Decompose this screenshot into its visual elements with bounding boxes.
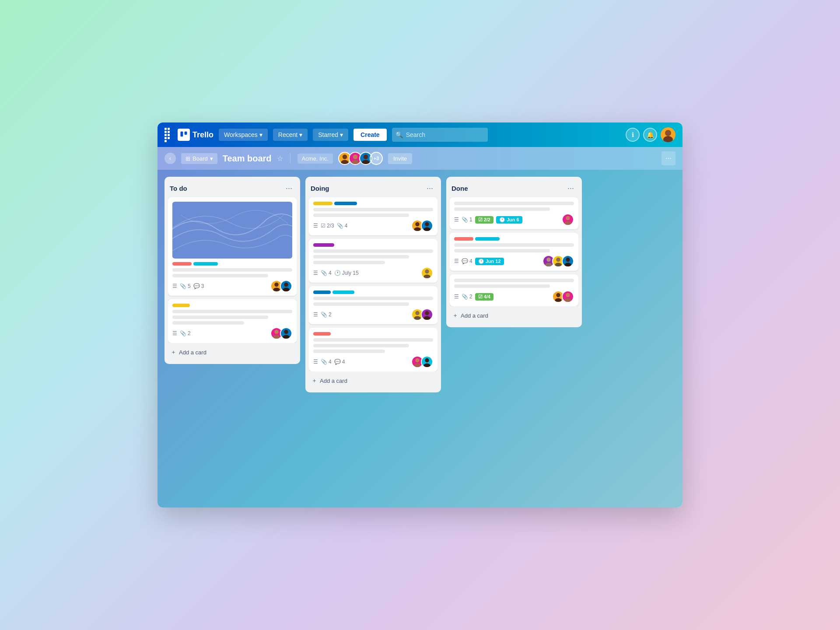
description-icon: ☰ (172, 283, 177, 289)
card-labels (454, 237, 574, 241)
cards-list-done: ☰ 📎 1 ☑ 2/2 🕐 (450, 197, 578, 306)
svg-point-40 (564, 262, 571, 267)
bell-icon: 🔔 (647, 131, 654, 138)
attachment-icon: 📎 (180, 330, 186, 336)
clock-icon: 🕐 (478, 259, 484, 264)
invite-button[interactable]: Invite (388, 153, 412, 164)
description-icon: ☰ (454, 294, 459, 300)
card-cover-image (172, 202, 292, 259)
card-member-3[interactable] (562, 255, 574, 267)
card-member-2[interactable] (421, 308, 433, 321)
card-member-2[interactable] (280, 327, 292, 340)
card-labels (172, 262, 292, 266)
svg-point-31 (425, 358, 429, 362)
card-member-2[interactable] (421, 220, 433, 232)
card-footer: ☰ 📎 2 (172, 327, 292, 340)
card-doing-4[interactable]: ☰ 📎 4 💬 4 (309, 328, 438, 371)
card-text-line-1 (313, 338, 433, 342)
card-member-1[interactable] (421, 267, 433, 279)
meta-due-date: 🕐 July 15 (334, 270, 359, 276)
grid-icon[interactable] (164, 128, 172, 142)
add-card-button-todo[interactable]: ＋ Add a card (168, 345, 297, 360)
divider (290, 153, 290, 164)
svg-point-13 (284, 283, 288, 287)
svg-point-14 (283, 287, 289, 292)
recent-menu[interactable]: Recent ▾ (273, 129, 308, 141)
label-purple (313, 243, 334, 247)
user-avatar[interactable] (661, 127, 676, 142)
card-member-2[interactable] (421, 356, 433, 368)
info-button[interactable]: ℹ (626, 128, 640, 142)
starred-menu[interactable]: Starred ▾ (313, 129, 348, 141)
svg-point-11 (274, 283, 278, 287)
meta-comments: 💬 3 (193, 283, 204, 289)
svg-point-25 (415, 311, 419, 315)
comment-icon: 💬 (462, 258, 468, 264)
card-member-2[interactable] (562, 290, 574, 303)
card-text-line-2 (454, 249, 550, 252)
trello-logo[interactable]: Trello (178, 129, 214, 141)
board-title: Team board (223, 154, 272, 164)
attachment-icon: 📎 (462, 294, 468, 300)
svg-point-12 (273, 287, 280, 292)
svg-point-16 (273, 335, 280, 339)
label-teal (475, 237, 500, 241)
svg-point-38 (555, 262, 561, 267)
svg-point-8 (364, 154, 368, 159)
card-meta: ☰ ☑ 2/3 📎 4 (313, 223, 408, 229)
card-todo-1[interactable]: ☰ 📎 5 💬 3 (168, 197, 297, 296)
extra-members-badge[interactable]: +3 (370, 152, 383, 165)
workspaces-menu[interactable]: Workspaces ▾ (219, 129, 268, 141)
column-menu-todo[interactable]: ··· (283, 183, 295, 194)
label-pink (454, 237, 473, 241)
trello-wordmark: Trello (192, 130, 214, 140)
board-more-button[interactable]: ··· (662, 151, 676, 165)
svg-point-17 (284, 330, 288, 334)
card-todo-2[interactable]: ☰ 📎 2 (168, 299, 297, 343)
column-menu-done[interactable]: ··· (565, 183, 577, 194)
card-done-1[interactable]: ☰ 📎 1 ☑ 2/2 🕐 (450, 197, 578, 229)
card-done-3[interactable]: ☰ 📎 2 ☑ 4/4 (450, 274, 578, 306)
add-card-button-doing[interactable]: ＋ Add a card (309, 373, 438, 388)
workspace-chip[interactable]: Acme, Inc. (298, 154, 333, 164)
svg-point-37 (556, 258, 560, 262)
card-doing-1[interactable]: ☰ ☑ 2/3 📎 4 (309, 197, 438, 235)
chevron-down-icon: ▾ (340, 131, 343, 138)
collapse-sidebar-button[interactable]: ‹ (164, 153, 176, 164)
search-input[interactable] (392, 128, 488, 142)
meta-attachments: 📎 4 (321, 359, 332, 365)
add-card-button-done[interactable]: ＋ Add a card (450, 308, 578, 323)
column-menu-doing[interactable]: ··· (424, 183, 436, 194)
card-doing-3[interactable]: ☰ 📎 2 (309, 286, 438, 324)
plus-icon: ＋ (452, 312, 458, 319)
meta-description: ☰ (454, 217, 459, 223)
create-button[interactable]: Create (354, 129, 387, 141)
card-avatars (562, 214, 574, 226)
description-icon: ☰ (454, 217, 459, 223)
label-yellow (172, 304, 190, 307)
attachment-icon: 📎 (321, 359, 327, 365)
board-view-selector[interactable]: ⊞ Board ▾ (181, 153, 217, 164)
card-text-line-2 (172, 274, 268, 277)
cards-list-doing: ☰ ☑ 2/3 📎 4 (309, 197, 438, 371)
card-member-2[interactable] (280, 280, 292, 292)
check-icon: ☑ (478, 217, 483, 223)
card-text-line-1 (454, 202, 574, 205)
due-date-badge: 🕐 Jun 12 (475, 258, 504, 265)
notifications-button[interactable]: 🔔 (643, 128, 657, 142)
svg-point-6 (353, 154, 357, 159)
card-done-2[interactable]: ☰ 💬 4 🕐 Jun 12 (450, 233, 578, 271)
card-text-line-2 (313, 344, 409, 347)
star-board-button[interactable]: ☆ (277, 154, 283, 163)
cards-list-todo: ☰ 📎 5 💬 3 (168, 197, 297, 343)
meta-comments: 💬 4 (334, 359, 345, 365)
svg-point-23 (425, 270, 429, 273)
meta-attachments: 📎 2 (462, 294, 472, 300)
card-member-1[interactable] (562, 214, 574, 226)
card-footer: ☰ 💬 4 🕐 Jun 12 (454, 255, 574, 267)
checklist-badge: ☑ 4/4 (475, 293, 494, 301)
card-doing-2[interactable]: ☰ 📎 4 🕐 July 15 (309, 239, 438, 283)
clock-icon: 🕐 (499, 217, 505, 223)
svg-rect-10 (172, 202, 292, 258)
meta-description: ☰ (172, 283, 177, 289)
